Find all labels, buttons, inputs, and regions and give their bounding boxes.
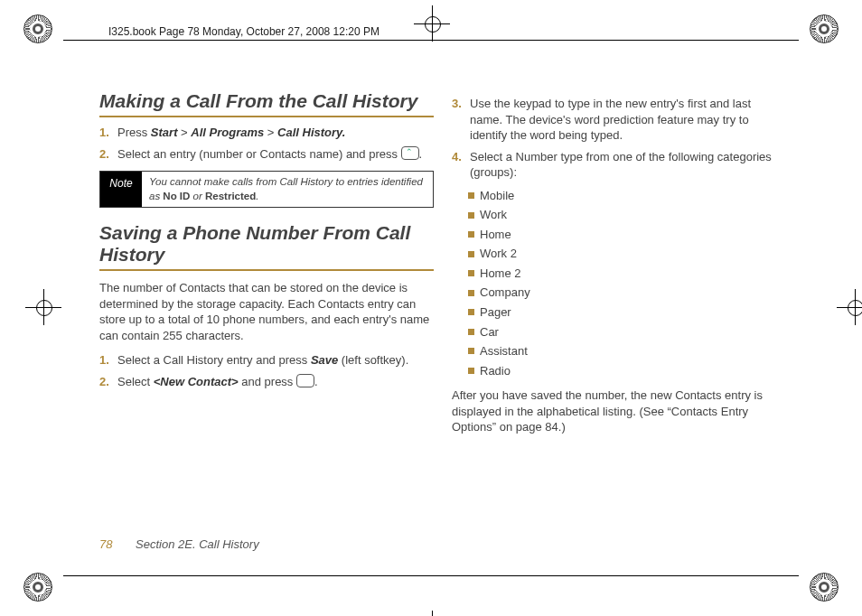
column-right: 3. Use the keypad to type in the new ent… — [452, 90, 786, 526]
framemaker-header: I325.book Page 78 Monday, October 27, 20… — [108, 25, 379, 38]
step-1: 1. Select a Call History entry and press… — [99, 352, 434, 369]
section-label: Section 2E. Call History — [136, 537, 259, 551]
page-footer: 78 Section 2E. Call History — [99, 537, 259, 553]
category-item: Car — [468, 324, 786, 341]
print-rosette-tl — [23, 14, 52, 43]
category-label: Car — [480, 324, 499, 341]
category-item: Radio — [468, 363, 786, 379]
category-label: Assistant — [480, 343, 528, 359]
page-body: Making a Call From the Call History 1. P… — [99, 90, 808, 526]
bullet-icon — [468, 192, 474, 199]
category-item: Assistant — [468, 343, 786, 359]
category-item: Pager — [468, 304, 786, 321]
step-number: 1. — [99, 125, 117, 139]
category-item: Mobile — [468, 188, 786, 204]
heading-making-call: Making a Call From the Call History — [99, 90, 434, 117]
step-text: Select an entry (number or Contacts name… — [117, 146, 434, 163]
step-text: Press Start > All Programs > Call Histor… — [117, 125, 434, 141]
category-item: Work — [468, 207, 786, 223]
category-item: Home 2 — [468, 266, 786, 282]
step-number: 2. — [99, 374, 117, 388]
footer-rule — [63, 575, 799, 576]
call-key-icon — [401, 146, 419, 160]
heading-saving-number: Saving a Phone Number From Call History — [99, 222, 434, 271]
bullet-icon — [468, 368, 474, 374]
step-2: 2. Select <New Contact> and press . — [99, 374, 434, 390]
page-number: 78 — [99, 537, 112, 551]
print-rosette-bl — [23, 573, 52, 602]
step-3: 3. Use the keypad to type in the new ent… — [452, 96, 786, 144]
step-number: 3. — [452, 96, 470, 110]
bullet-icon — [468, 348, 474, 354]
category-item: Work 2 — [468, 246, 786, 262]
step-number: 2. — [99, 146, 117, 161]
category-label: Home 2 — [480, 266, 521, 282]
bullet-icon — [468, 329, 474, 335]
category-list: MobileWorkHomeWork 2Home 2CompanyPagerCa… — [452, 188, 786, 378]
note-box: Note You cannot make calls from Call His… — [99, 171, 434, 208]
step-text: Use the keypad to type in the new entry'… — [470, 96, 786, 144]
category-label: Work — [480, 207, 507, 223]
steps-making-call: 1. Press Start > All Programs > Call His… — [99, 125, 434, 162]
category-label: Mobile — [480, 188, 514, 204]
step-text: Select a Call History entry and press Sa… — [117, 352, 434, 369]
bullet-icon — [468, 309, 474, 315]
category-label: Home — [480, 227, 511, 243]
bullet-icon — [468, 270, 474, 276]
step-1: 1. Press Start > All Programs > Call His… — [99, 125, 434, 141]
bullet-icon — [468, 231, 474, 238]
category-label: Work 2 — [480, 246, 517, 262]
bullet-icon — [468, 251, 474, 257]
category-item: Company — [468, 285, 786, 301]
print-rosette-tr — [810, 14, 839, 43]
after-paragraph: After you have saved the number, the new… — [452, 387, 786, 435]
ok-key-icon — [296, 374, 314, 387]
step-text: Select a Number type from one of the fol… — [470, 149, 786, 181]
steps-saving: 1. Select a Call History entry and press… — [99, 352, 434, 389]
column-left: Making a Call From the Call History 1. P… — [99, 90, 434, 526]
intro-paragraph: The number of Contacts that can be store… — [99, 280, 434, 343]
bullet-icon — [468, 212, 474, 219]
step-2: 2. Select an entry (number or Contacts n… — [99, 146, 434, 163]
header-rule — [63, 40, 799, 41]
note-label: Note — [100, 172, 142, 207]
bullet-icon — [468, 290, 474, 296]
category-label: Pager — [480, 304, 511, 321]
step-number: 1. — [99, 352, 117, 367]
category-item: Home — [468, 227, 786, 243]
steps-saving-cont: 3. Use the keypad to type in the new ent… — [452, 96, 786, 181]
category-label: Radio — [480, 363, 511, 379]
print-rosette-br — [810, 573, 839, 602]
note-body: You cannot make calls from Call History … — [142, 172, 433, 207]
category-label: Company — [480, 285, 530, 301]
step-4: 4. Select a Number type from one of the … — [452, 149, 786, 181]
step-text: Select <New Contact> and press . — [117, 374, 434, 390]
step-number: 4. — [452, 149, 470, 163]
